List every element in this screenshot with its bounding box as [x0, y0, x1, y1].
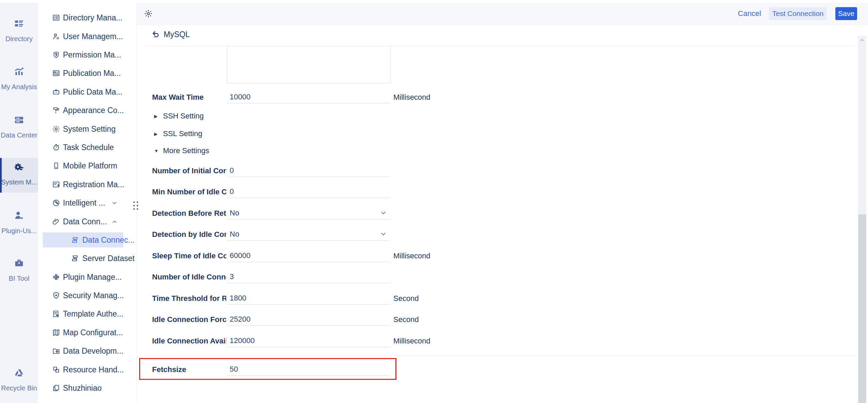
max-wait-time-input[interactable]: 10000 [227, 91, 390, 103]
sidebar-item-data-connection-group[interactable]: Data Conn... [38, 212, 136, 231]
detection-by-idle-select[interactable]: No [227, 228, 390, 241]
sidebar-item-label: Shuzhiniao [63, 379, 102, 397]
field-max-wait-time: Max Wait Time 10000 Millisecond [136, 90, 545, 105]
field-value: 0 [230, 187, 234, 196]
sidebar-item-label: Map Configurat... [63, 323, 123, 342]
rail-item-directory[interactable]: Directory [0, 15, 38, 47]
sidebar-item-label: Directory Mana... [63, 9, 122, 27]
idle-connections-input[interactable]: 3 [227, 270, 390, 283]
field-label: Time Threshold for Re... [152, 291, 226, 306]
field-value: 3 [230, 272, 234, 281]
page-title: MySQL [164, 30, 190, 39]
rail-item-label: BI Tool [1, 275, 37, 283]
time-threshold-input[interactable]: 1800 [227, 292, 390, 305]
sidebar-item-shuzhiniao[interactable]: Shuzhiniao [38, 379, 136, 397]
map-icon [52, 328, 60, 337]
field-label: Sleep Time of Idle Co... [152, 248, 226, 263]
field-unit: Second [393, 291, 419, 306]
rail-item-plugin-usage[interactable]: Plugin-Us... [0, 207, 38, 239]
sidebar-item-public-data-management[interactable]: Public Data Ma... [38, 83, 136, 101]
rail-item-bi-tool[interactable]: BI Tool [0, 254, 38, 287]
sidebar-item-system-setting[interactable]: System Setting [38, 120, 136, 138]
sleep-time-input[interactable]: 60000 [227, 249, 390, 262]
rail-item-recycle-bin[interactable]: Recycle Bin [0, 364, 38, 397]
sidebar-item-registration-management[interactable]: Registration Ma... [38, 175, 136, 194]
primary-sidebar: Directory My Analysis Data Center System… [0, 3, 38, 403]
field-min-number-of-idle-connections: Min Number of Idle Co... 0 [136, 184, 545, 199]
sidebar-item-mobile-platform[interactable]: Mobile Platform [38, 157, 136, 175]
shield-key-icon [52, 51, 60, 59]
section-label: More Settings [163, 146, 209, 155]
layout-icon [52, 69, 60, 77]
rail-item-data-center[interactable]: Data Center [0, 111, 38, 144]
sidebar-item-directory-management[interactable]: Directory Mana... [38, 9, 136, 27]
sidebar-item-label: Data Conn... [63, 212, 107, 231]
sidebar-item-data-connection[interactable]: Data Connec... [38, 231, 136, 249]
sidebar-item-template-authentication[interactable]: Template Authe... [38, 305, 136, 323]
recycle-bin-icon [14, 367, 24, 378]
shield-plus-icon [52, 291, 60, 300]
sidebar-resize-handle[interactable] [133, 202, 139, 210]
sidebar-item-map-configuration[interactable]: Map Configurat... [38, 323, 136, 342]
sidebar-item-user-management[interactable]: User Managem... [38, 27, 136, 46]
field-label: Idle Connection Availa... [152, 334, 226, 349]
field-label: Fetchsize [152, 362, 226, 377]
data-center-icon [14, 114, 24, 125]
section-ssl-setting[interactable]: ▶SSL Setting [154, 128, 202, 139]
analysis-chart-icon [14, 66, 24, 77]
save-button[interactable]: Save [835, 7, 857, 20]
folder-gear-icon [52, 347, 60, 355]
sidebar-item-label: User Managem... [63, 27, 123, 46]
availability-input[interactable]: 120000 [227, 334, 390, 347]
rail-item-my-analysis[interactable]: My Analysis [0, 63, 38, 95]
sidebar-item-label: Public Data Ma... [63, 83, 122, 101]
sidebar-item-task-schedule[interactable]: Task Schedule [38, 138, 136, 157]
scroll-up-arrow-icon[interactable] [860, 38, 864, 41]
field-label: Max Wait Time [152, 90, 226, 105]
section-more-settings[interactable]: ▼More Settings [154, 145, 209, 156]
sidebar-item-label: Plugin Manage... [63, 268, 122, 286]
back-arrow-icon[interactable] [151, 30, 160, 39]
sidebar-item-server-dataset[interactable]: Server Dataset [38, 249, 136, 268]
rail-item-label: Data Center [1, 131, 37, 139]
sidebar-item-label: Resource Hand... [63, 360, 124, 379]
field-label: Number of Initial Con... [152, 163, 226, 178]
test-connection-button[interactable]: Test Connection [769, 7, 827, 20]
sidebar-item-publication-management[interactable]: Publication Ma... [38, 64, 136, 82]
force-recovery-input[interactable]: 25200 [227, 313, 390, 326]
sidebar-item-data-development[interactable]: Data Developm... [38, 342, 136, 360]
sidebar-item-resource-handover[interactable]: Resource Hand... [38, 360, 136, 379]
user-icon [52, 32, 60, 41]
initial-connections-input[interactable]: 0 [227, 164, 390, 177]
min-idle-connections-input[interactable]: 0 [227, 185, 390, 198]
sidebar-item-label: System Setting [63, 120, 116, 138]
sidebar-item-plugin-management[interactable]: Plugin Manage... [38, 268, 136, 286]
sidebar-item-label: Registration Ma... [63, 175, 124, 194]
sidebar-item-appearance-configuration[interactable]: Appearance Co... [38, 101, 136, 119]
chevron-up-icon[interactable] [112, 219, 117, 225]
detection-before-return-select[interactable]: No [227, 207, 390, 220]
field-value: No [230, 209, 239, 217]
plugin-user-icon [14, 210, 24, 221]
cancel-button[interactable]: Cancel [738, 3, 761, 25]
action-toolbar: Cancel Test Connection Save [136, 3, 868, 25]
sidebar-item-intelligent-ops[interactable]: Intelligent ... [38, 194, 136, 212]
sidebar-item-label: Task Schedule [63, 138, 114, 157]
field-label: Detection by Idle Con... [152, 227, 226, 242]
sidebar-item-permission-management[interactable]: Permission Ma... [38, 46, 136, 64]
connection-properties-textarea[interactable] [227, 46, 391, 83]
puzzle-icon [52, 273, 60, 281]
settings-gear-icon[interactable] [144, 9, 153, 18]
vertical-scrollbar[interactable] [858, 36, 866, 403]
sidebar-item-security-management[interactable]: Security Manag... [38, 286, 136, 305]
scrollbar-thumb[interactable] [858, 214, 866, 403]
overlapping-squares-icon [52, 366, 60, 374]
fetchsize-input[interactable]: 50 [227, 363, 390, 376]
sidebar-item-label: Data Connec... [82, 231, 134, 249]
chevron-down-icon[interactable] [112, 200, 117, 206]
chevron-down-icon [380, 210, 387, 216]
sidebar-item-label: Template Authe... [63, 305, 124, 323]
rail-item-system-management[interactable]: System M... [0, 158, 38, 193]
field-value: 50 [230, 365, 238, 374]
section-ssh-setting[interactable]: ▶SSH Setting [154, 111, 204, 122]
